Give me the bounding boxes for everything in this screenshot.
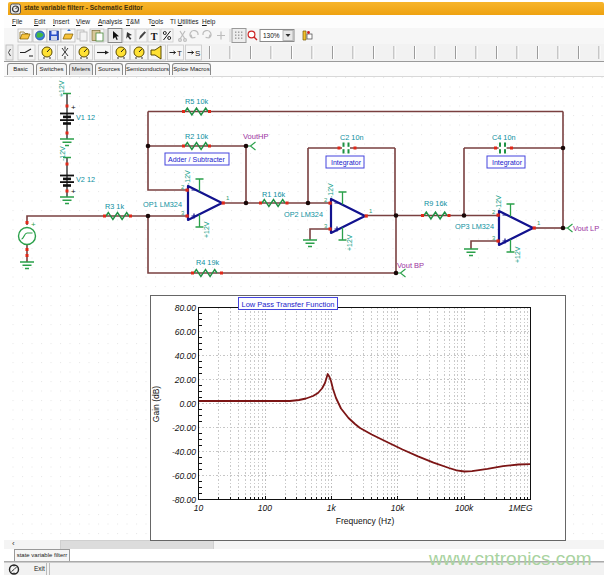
svg-text:R5 10k: R5 10k xyxy=(185,97,208,106)
svg-text:V2 12: V2 12 xyxy=(76,175,95,184)
svg-text:40.00: 40.00 xyxy=(175,351,197,361)
svg-text:Gain (dB): Gain (dB) xyxy=(151,386,161,423)
svg-text:C2 10n: C2 10n xyxy=(340,133,364,142)
svg-text:R9 16k: R9 16k xyxy=(424,199,447,208)
svg-text:1k: 1k xyxy=(327,503,337,513)
svg-text:Low Pass Transfer Function: Low Pass Transfer Function xyxy=(242,300,335,309)
svg-text:-40.00: -40.00 xyxy=(172,447,196,457)
svg-text:60.00: 60.00 xyxy=(175,327,197,337)
svg-text:R4 19k: R4 19k xyxy=(196,258,219,267)
svg-text:V1 12: V1 12 xyxy=(76,113,95,122)
svg-text:80.00: 80.00 xyxy=(175,303,197,313)
svg-text:Frequency (Hz): Frequency (Hz) xyxy=(336,516,395,526)
svg-text:Vout BP: Vout BP xyxy=(397,261,424,270)
svg-text:Integrator: Integrator xyxy=(331,159,362,167)
svg-text:100k: 100k xyxy=(455,503,474,513)
svg-text:+: + xyxy=(71,187,76,196)
svg-text:-20.00: -20.00 xyxy=(172,423,196,433)
svg-text:10k: 10k xyxy=(391,503,405,513)
svg-text:R1 16k: R1 16k xyxy=(262,190,285,199)
svg-text:-80.00: -80.00 xyxy=(172,495,196,505)
svg-text:OP3 LM324: OP3 LM324 xyxy=(455,222,494,231)
svg-text:Integrator: Integrator xyxy=(492,159,523,167)
svg-text:R3 1k: R3 1k xyxy=(105,202,124,211)
svg-text:-60.00: -60.00 xyxy=(172,471,196,481)
svg-text:100: 100 xyxy=(258,503,272,513)
svg-text:0.00: 0.00 xyxy=(179,399,196,409)
svg-text:R2 10k: R2 10k xyxy=(185,132,208,141)
svg-text:10: 10 xyxy=(194,503,204,513)
svg-text:+: + xyxy=(71,103,76,112)
svg-text:Vout LP: Vout LP xyxy=(573,224,599,233)
svg-text:OP1 LM324: OP1 LM324 xyxy=(143,200,182,209)
svg-text:20.00: 20.00 xyxy=(174,375,197,385)
svg-text:VoutHP: VoutHP xyxy=(243,132,268,141)
svg-text:Adder / Subtracter: Adder / Subtracter xyxy=(168,156,225,163)
svg-text:+12V: +12V xyxy=(58,80,65,97)
svg-text:+: + xyxy=(31,220,36,229)
svg-text:1MEG: 1MEG xyxy=(508,503,532,513)
svg-text:C4 10n: C4 10n xyxy=(492,133,516,142)
svg-text:-12V: -12V xyxy=(59,146,66,161)
svg-text:OP2 LM324: OP2 LM324 xyxy=(284,210,323,219)
